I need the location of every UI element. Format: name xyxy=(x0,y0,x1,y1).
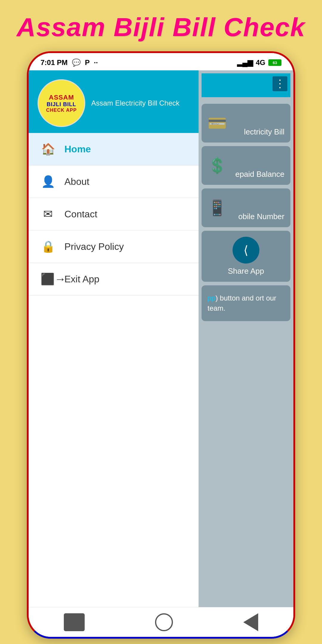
bill-card-icon: 💳 xyxy=(208,114,227,132)
info-highlight: pp xyxy=(208,294,216,302)
dots-icon: ·· xyxy=(94,58,98,67)
app-logo: ASSAM BIJLI BILL CHECK APP xyxy=(38,79,85,127)
share-app-label: Share App xyxy=(228,267,264,276)
balance-card-icon: 💲 xyxy=(208,157,227,175)
nav-label-exit: Exit App xyxy=(64,274,99,285)
home-icon: 🏠 xyxy=(41,143,55,156)
battery-level: 63 xyxy=(273,61,277,65)
status-left: 7:01 PM 💬 P ·· xyxy=(41,58,98,67)
share-circle: ⟨ xyxy=(233,237,259,264)
navigation-drawer: ASSAM BIJLI BILL CHECK APP Assam Electri… xyxy=(29,70,199,607)
nav-item-about[interactable]: 👤 About xyxy=(29,165,199,198)
circle-nav-button[interactable] xyxy=(155,613,173,631)
exit-icon: ⬛→ xyxy=(41,273,55,286)
drawer-app-name: Assam Electricity Bill Check xyxy=(91,99,179,107)
status-bar: 7:01 PM 💬 P ·· ▂▄▆ 4G 63 xyxy=(29,53,293,70)
signal-bars-icon: ▂▄▆ xyxy=(237,58,253,67)
square-nav-button[interactable] xyxy=(64,613,85,631)
nav-label-about: About xyxy=(64,176,89,187)
nav-label-home: Home xyxy=(64,144,91,155)
nav-item-contact[interactable]: ✉ Contact xyxy=(29,198,199,230)
back-nav-button[interactable] xyxy=(243,613,258,631)
nav-item-privacy[interactable]: 🔒 Privacy Policy xyxy=(29,230,199,263)
drawer-nav: 🏠 Home 👤 About ✉ Contact 🔒 Privacy Polic… xyxy=(29,133,199,607)
overflow-menu-button[interactable]: ⋮ xyxy=(273,76,287,91)
mobile-number-card[interactable]: 📱 obile Number xyxy=(202,188,290,227)
nav-label-contact: Contact xyxy=(64,209,97,220)
time-display: 7:01 PM xyxy=(41,58,68,67)
logo-text-check: CHECK APP xyxy=(46,108,77,113)
bottom-nav xyxy=(29,607,293,637)
prepaid-balance-card[interactable]: 💲 epaid Balance xyxy=(202,146,290,185)
electricity-bill-card[interactable]: 💳 lectricity Bill xyxy=(202,104,290,143)
status-right: ▂▄▆ 4G 63 xyxy=(237,58,281,67)
nav-item-home[interactable]: 🏠 Home xyxy=(29,133,199,165)
app-screen: ASSAM BIJLI BILL CHECK APP Assam Electri… xyxy=(29,70,293,607)
info-card: pp) button and ort our team. xyxy=(202,285,290,321)
logo-text-assam: ASSAM xyxy=(49,94,74,101)
info-text: pp) button and ort our team. xyxy=(208,293,284,313)
share-icon: ⟨ xyxy=(244,243,248,257)
whatsapp-icon: 💬 xyxy=(72,58,81,67)
phone-frame: 7:01 PM 💬 P ·· ▂▄▆ 4G 63 ASSAM BIJLI BIL… xyxy=(27,51,295,639)
lock-icon: 🔒 xyxy=(41,240,55,253)
battery-icon: 63 xyxy=(268,59,281,66)
electricity-bill-label: lectricity Bill xyxy=(244,127,284,137)
person-icon: 👤 xyxy=(41,175,55,188)
page-title: Assam Bijli Bill Check xyxy=(8,0,314,51)
mobile-number-label: obile Number xyxy=(238,212,284,221)
nav-item-exit[interactable]: ⬛→ Exit App xyxy=(29,263,199,295)
mobile-card-icon: 📱 xyxy=(208,199,227,217)
prepaid-balance-label: epaid Balance xyxy=(235,170,284,179)
parking-icon: P xyxy=(85,58,90,67)
main-content: ⋮ 💳 lectricity Bill 💲 epaid Balance 📱 ob… xyxy=(199,70,293,607)
network-type: 4G xyxy=(256,58,265,67)
drawer-header: ASSAM BIJLI BILL CHECK APP Assam Electri… xyxy=(29,70,199,133)
share-app-card[interactable]: ⟨ Share App xyxy=(202,231,290,282)
content-cards: 💳 lectricity Bill 💲 epaid Balance 📱 obil… xyxy=(202,104,290,321)
logo-text-bijli: BIJLI BILL xyxy=(47,101,76,108)
mail-icon: ✉ xyxy=(41,208,55,221)
nav-label-privacy: Privacy Policy xyxy=(64,241,124,252)
